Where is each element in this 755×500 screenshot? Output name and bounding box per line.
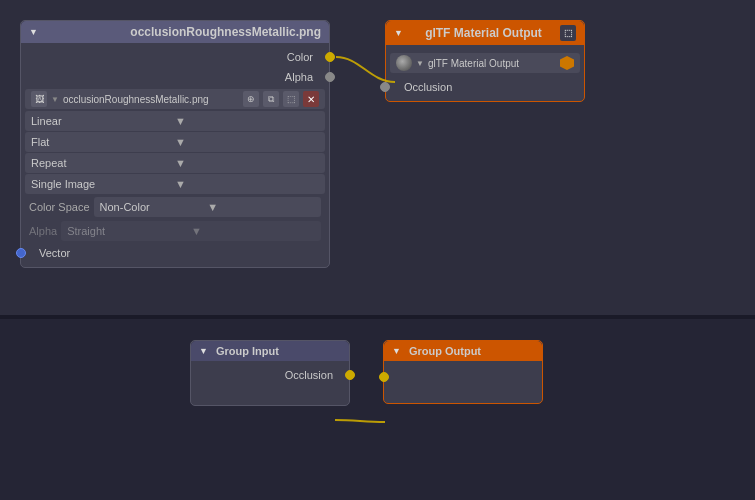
- extension-value: Repeat: [31, 157, 175, 169]
- color-output-socket[interactable]: [325, 52, 335, 62]
- alpha-label-row: Alpha Straight ▼: [21, 219, 329, 243]
- sphere-icon: [396, 55, 412, 71]
- shield-icon: [560, 56, 574, 70]
- gltf-node-header[interactable]: ▼ glTF Material Output ⬚: [386, 21, 584, 45]
- group-input-spacer: [191, 385, 349, 401]
- bottom-editor-section: [0, 319, 755, 500]
- source-value: Single Image: [31, 178, 175, 190]
- colorspace-arrow: ▼: [207, 201, 315, 213]
- alpha-label: Alpha: [29, 225, 57, 237]
- alpha-output-socket[interactable]: [325, 72, 335, 82]
- alpha-socket-row: Alpha: [21, 67, 329, 87]
- texture-node-title: occlusionRoughnessMetallic.png: [130, 25, 321, 39]
- texture-node-body: Color Alpha 🖼 ▼ occlusionRoughnessMetall…: [21, 43, 329, 267]
- texture-image-node: ▼ occlusionRoughnessMetallic.png Color A…: [20, 20, 330, 268]
- color-socket-label: Color: [287, 51, 313, 63]
- copy-icon[interactable]: ⧉: [263, 91, 279, 107]
- source-dropdown[interactable]: Single Image ▼: [25, 174, 325, 194]
- interpolation-arrow: ▼: [175, 115, 319, 127]
- group-input-occlusion-row: Occlusion: [191, 365, 349, 385]
- group-input-occlusion-label: Occlusion: [285, 369, 333, 381]
- group-output-spacer: [384, 389, 542, 399]
- gltf-collapse-icon: ▼: [394, 28, 403, 38]
- interpolation-value: Linear: [31, 115, 175, 127]
- filename-bar[interactable]: 🖼 ▼ occlusionRoughnessMetallic.png ⊕ ⧉ ⬚…: [25, 89, 325, 109]
- group-output-title: Group Output: [409, 345, 481, 357]
- group-input-title: Group Input: [216, 345, 279, 357]
- source-arrow: ▼: [175, 178, 319, 190]
- dropdown-arrow-small[interactable]: ▼: [51, 95, 59, 104]
- colorspace-dropdown[interactable]: Non-Color ▼: [94, 197, 321, 217]
- colorspace-value: Non-Color: [100, 201, 208, 213]
- gltf-node-body: ▼ glTF Material Output Occlusion: [386, 45, 584, 101]
- colorspace-row: Color Space Non-Color ▼: [21, 195, 329, 219]
- projection-value: Flat: [31, 136, 175, 148]
- extension-arrow: ▼: [175, 157, 319, 169]
- vector-socket-label: Vector: [39, 247, 70, 259]
- group-output-header[interactable]: ▼ Group Output: [384, 341, 542, 361]
- image-icon[interactable]: 🖼: [31, 91, 47, 107]
- group-output-input-socket[interactable]: [379, 372, 389, 382]
- alpha-dropdown: Straight ▼: [61, 221, 321, 241]
- occlusion-socket-label: Occlusion: [404, 81, 452, 93]
- vector-socket-row: Vector: [21, 243, 329, 263]
- gltf-header-icon[interactable]: ⬚: [560, 25, 576, 41]
- alpha-socket-label: Alpha: [285, 71, 313, 83]
- browse-icon[interactable]: ⊕: [243, 91, 259, 107]
- filename-label: occlusionRoughnessMetallic.png: [63, 94, 239, 105]
- group-input-collapse: ▼: [199, 346, 208, 356]
- group-input-node: ▼ Group Input Occlusion: [190, 340, 350, 406]
- group-input-occlusion-socket[interactable]: [345, 370, 355, 380]
- group-output-node: ▼ Group Output: [383, 340, 543, 404]
- projection-arrow: ▼: [175, 136, 319, 148]
- close-icon[interactable]: ✕: [303, 91, 319, 107]
- link-icon[interactable]: ⬚: [283, 91, 299, 107]
- occlusion-input-socket[interactable]: [380, 82, 390, 92]
- group-output-body: [384, 361, 542, 403]
- extension-dropdown[interactable]: Repeat ▼: [25, 153, 325, 173]
- group-output-socket-row: [384, 365, 542, 389]
- group-input-body: Occlusion: [191, 361, 349, 405]
- alpha-dropdown-arrow: ▼: [191, 225, 315, 237]
- gltf-material-node: ▼ glTF Material Output ⬚ ▼ glTF Material…: [385, 20, 585, 102]
- group-input-header[interactable]: ▼ Group Input: [191, 341, 349, 361]
- gltf-node-title: glTF Material Output: [425, 26, 542, 40]
- color-socket-row: Color: [21, 47, 329, 67]
- group-output-collapse: ▼: [392, 346, 401, 356]
- alpha-value: Straight: [67, 225, 191, 237]
- material-dropdown-arrow[interactable]: ▼: [416, 59, 424, 68]
- collapse-icon: ▼: [29, 27, 38, 37]
- material-label: glTF Material Output: [428, 58, 556, 69]
- colorspace-label: Color Space: [29, 201, 90, 213]
- interpolation-dropdown[interactable]: Linear ▼: [25, 111, 325, 131]
- projection-dropdown[interactable]: Flat ▼: [25, 132, 325, 152]
- texture-node-header[interactable]: ▼ occlusionRoughnessMetallic.png: [21, 21, 329, 43]
- vector-input-socket[interactable]: [16, 248, 26, 258]
- material-selector[interactable]: ▼ glTF Material Output: [390, 53, 580, 73]
- workspace: ▼ occlusionRoughnessMetallic.png Color A…: [0, 0, 755, 500]
- occlusion-socket-row: Occlusion: [386, 77, 584, 97]
